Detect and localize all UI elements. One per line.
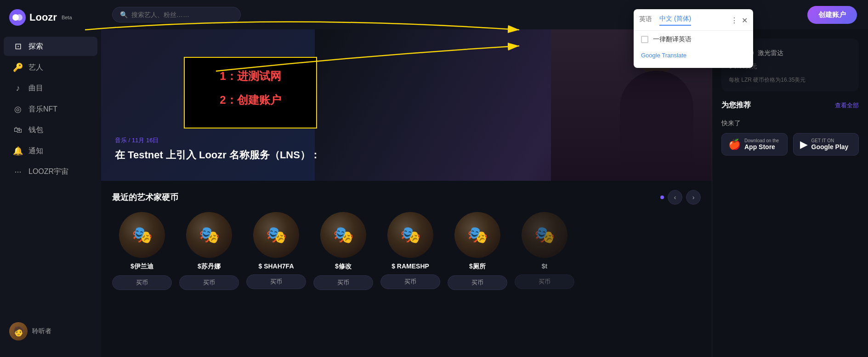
coin-name-0: $伊兰迪	[130, 262, 153, 271]
hero-content: 音乐 / 11月 16日 在 Testnet 上引入 Loozr 名称服务（LN…	[115, 136, 320, 162]
prev-arrow[interactable]: ‹	[668, 190, 682, 205]
sidebar-item-artists[interactable]: 🔑 艺人	[4, 58, 97, 77]
lang-more-icon[interactable]: ⋮	[731, 16, 738, 25]
sidebar-label-music-nft: 音乐NFT	[28, 105, 57, 114]
coin-avatar-0: 🎭	[119, 212, 165, 258]
universe-icon: ···	[13, 167, 23, 177]
google-translate-link[interactable]: Google Translate	[634, 48, 753, 62]
buy-button-0[interactable]: 买币	[112, 275, 172, 290]
artists-icon: 🔑	[13, 62, 23, 73]
hero-tag: 音乐 / 11月 16日	[115, 136, 320, 145]
lang-actions: ⋮ ✕	[731, 16, 748, 25]
svg-point-1	[16, 14, 23, 21]
sidebar-item-notifications[interactable]: 🔔 通知	[4, 141, 97, 161]
coin-card-3: 🎭 $修改 买币	[313, 212, 373, 290]
next-arrow[interactable]: ›	[686, 190, 701, 205]
sidebar-label-artists: 艺人	[28, 63, 43, 73]
lang-close-icon[interactable]: ✕	[742, 16, 748, 25]
coin-avatar-4: 🎭	[387, 212, 433, 258]
logo-icon	[9, 9, 26, 26]
topbar-right: 创建账户	[807, 6, 857, 24]
buy-button-1[interactable]: 买币	[179, 275, 239, 290]
logo-text: Loozr	[29, 11, 57, 23]
coin-name-3: $修改	[335, 262, 352, 271]
language-dropdown: 英语 中文 (简体) ⋮ ✕ 一律翻译英语 Google Translate	[634, 9, 753, 68]
sidebar: Loozr Beta ⊡ 探索 🔑 艺人 ♪ 曲目 ◎ 音乐NFT 🛍 钱包 🔔…	[0, 0, 101, 357]
coin-name-1: $苏丹娜	[198, 262, 221, 271]
sidebar-label-universe: LOOZR宇宙	[28, 167, 68, 177]
google-play-icon: ▶	[800, 139, 808, 151]
main-content: 1：进测试网 2：创建账户 音乐 / 11月 16日 在 Testnet 上引入…	[101, 29, 868, 357]
coin-card-5: 🎭 $厕所 买币	[448, 212, 507, 290]
coin-avatar-6: 🎭	[522, 212, 567, 258]
coins-section: 最近的艺术家硬币 ‹ › 🎭 $伊兰迪 买币	[101, 181, 712, 299]
sidebar-item-loozr-universe[interactable]: ··· LOOZR宇宙	[4, 162, 97, 181]
price-note: 每枚 LZR 硬币价格为16.35美元	[729, 76, 851, 84]
search-input[interactable]	[131, 11, 233, 18]
search-box[interactable]: 🔍	[112, 7, 241, 22]
buy-button-4[interactable]: 买币	[380, 274, 440, 289]
coin-avatar-3: 🎭	[320, 212, 366, 258]
user-label: 聆听者	[32, 327, 51, 335]
buy-button-3[interactable]: 买币	[313, 275, 373, 290]
carousel-dot	[660, 195, 664, 199]
overlay-line-1: 1：进测试网	[199, 69, 301, 84]
coming-soon-label: 快来了	[721, 119, 859, 128]
logo-area[interactable]: Loozr Beta	[0, 9, 101, 37]
recommend-title: 为您推荐	[721, 100, 751, 110]
app-store-badge[interactable]: 🍎 Download on the App Store	[721, 133, 788, 156]
feed: 1：进测试网 2：创建账户 音乐 / 11月 16日 在 Testnet 上引入…	[101, 29, 712, 357]
sidebar-item-tracks[interactable]: ♪ 曲目	[4, 79, 97, 98]
wallet-icon: 🛍	[13, 125, 23, 135]
sidebar-label-wallet: 钱包	[28, 125, 43, 135]
coin-card-6: 🎭 $t 买币	[515, 212, 574, 290]
app-badges: 🍎 Download on the App Store ▶ GET IT ON …	[721, 133, 859, 156]
lang-tab-zh[interactable]: 中文 (简体)	[659, 15, 691, 26]
coin-name-5: $厕所	[469, 262, 486, 271]
coin-name-4: $ RAMESHP	[391, 262, 429, 270]
buy-button-5[interactable]: 买币	[448, 275, 507, 290]
hero-title: 在 Testnet 上引入 Loozr 名称服务（LNS）：	[115, 148, 320, 162]
google-play-badge[interactable]: ▶ GET IT ON Google Play	[793, 133, 859, 156]
sidebar-item-explore[interactable]: ⊡ 探索	[4, 37, 97, 56]
lang-option-translate[interactable]: 一律翻译英语	[634, 31, 753, 48]
coins-section-title: 最近的艺术家硬币	[112, 192, 178, 203]
balance-label: 激光雷达	[758, 49, 783, 57]
coins-grid: 🎭 $伊兰迪 买币 🎭 $苏丹娜 买币 🎭	[112, 212, 701, 290]
lang-tab-en[interactable]: 英语	[639, 15, 652, 25]
nav-arrows: ‹ ›	[660, 190, 701, 205]
explore-icon: ⊡	[13, 41, 23, 51]
google-play-name: Google Play	[811, 143, 849, 151]
sidebar-item-wallet[interactable]: 🛍 钱包	[4, 121, 97, 139]
apple-icon: 🍎	[728, 139, 741, 151]
create-account-button[interactable]: 创建账户	[807, 6, 857, 24]
lang-tabs: 英语 中文 (简体) ⋮ ✕	[634, 15, 753, 31]
overlay-instruction-box: 1：进测试网 2：创建账户	[184, 57, 317, 128]
coin-name-6: $t	[542, 262, 547, 270]
translate-label: 一律翻译英语	[653, 35, 692, 44]
user-profile[interactable]: 🧑 聆听者	[0, 315, 101, 348]
buy-button-6[interactable]: 买币	[515, 274, 574, 289]
app-store-name: App Store	[744, 143, 779, 151]
tracks-icon: ♪	[13, 84, 23, 93]
coin-avatar-5: 🎭	[454, 212, 500, 258]
translate-checkbox[interactable]	[641, 36, 648, 43]
overlay-line-2: 2：创建账户	[199, 93, 301, 107]
coin-avatar-2: 🎭	[253, 212, 299, 258]
avatar: 🧑	[9, 322, 28, 340]
music-nft-icon: ◎	[13, 104, 23, 114]
search-icon: 🔍	[120, 11, 128, 18]
recommend-header: 为您推荐 查看全部	[721, 100, 859, 110]
coin-card-0: 🎭 $伊兰迪 买币	[112, 212, 172, 290]
sidebar-item-music-nft[interactable]: ◎ 音乐NFT	[4, 100, 97, 119]
coin-card-1: 🎭 $苏丹娜 买币	[179, 212, 239, 290]
sidebar-label-explore: 探索	[28, 42, 43, 51]
right-sidebar: 0.00 激光雷达 $ 0.00美元 每枚 LZR 硬币价格为16.35美元 为…	[712, 29, 868, 357]
sidebar-nav: ⊡ 探索 🔑 艺人 ♪ 曲目 ◎ 音乐NFT 🛍 钱包 🔔 通知 ··· LOO…	[0, 37, 101, 315]
bell-icon: 🔔	[13, 146, 23, 156]
see-all-button[interactable]: 查看全部	[835, 101, 859, 110]
coin-avatar-1: 🎭	[186, 212, 232, 258]
buy-button-2[interactable]: 买币	[246, 274, 306, 289]
beta-badge: Beta	[62, 15, 72, 20]
sidebar-label-tracks: 曲目	[28, 84, 43, 93]
